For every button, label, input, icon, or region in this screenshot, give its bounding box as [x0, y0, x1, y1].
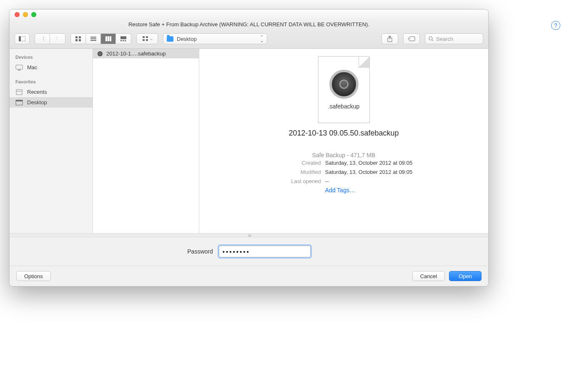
view-gallery-button[interactable]	[116, 34, 131, 44]
file-name: 2012-10-1….safebackup	[106, 50, 166, 57]
svg-rect-11	[110, 36, 111, 41]
created-value: Saturday, 13. October 2012 at 09:05	[325, 158, 412, 168]
cancel-button[interactable]: Cancel	[412, 271, 445, 281]
created-label: Created	[275, 158, 321, 168]
svg-rect-2	[75, 36, 78, 38]
svg-rect-26	[16, 90, 22, 95]
search-field[interactable]: Search	[425, 33, 483, 44]
window-minimize-button[interactable]	[23, 12, 28, 17]
tags-button[interactable]	[403, 33, 420, 44]
forward-button[interactable]: 〉	[50, 34, 65, 44]
options-button[interactable]: Options	[16, 271, 51, 281]
view-list-button[interactable]	[86, 34, 101, 44]
share-icon	[387, 35, 393, 42]
sidebar-item-mac[interactable]: Mac	[10, 62, 93, 73]
svg-rect-10	[108, 36, 109, 41]
toggle-sidebar-button[interactable]	[15, 33, 30, 44]
svg-line-23	[432, 40, 433, 41]
tag-icon	[408, 36, 415, 41]
modified-label: Modified	[275, 168, 321, 177]
svg-rect-12	[120, 36, 126, 39]
modified-value: Saturday, 13. October 2012 at 09:05	[325, 168, 412, 177]
back-button[interactable]: 〈	[35, 34, 50, 44]
svg-rect-25	[18, 70, 20, 70]
add-tags-link[interactable]: Add Tags…	[325, 187, 412, 193]
svg-rect-3	[79, 36, 81, 38]
sidebar-header-favorites: Favorites	[10, 77, 93, 87]
view-columns-button[interactable]	[101, 34, 116, 44]
sidebar-item-desktop[interactable]: Desktop	[10, 97, 93, 108]
svg-rect-7	[90, 38, 96, 39]
window-close-button[interactable]	[15, 12, 20, 17]
window-zoom-button[interactable]	[31, 12, 36, 17]
view-icons-button[interactable]	[71, 34, 86, 44]
svg-rect-17	[146, 36, 148, 38]
titlebar	[10, 10, 488, 20]
toolbar: 〈 〉 ⌵ Desktop ⌃⌄ Search	[10, 31, 488, 49]
svg-rect-14	[123, 40, 124, 41]
columns-icon	[105, 36, 111, 41]
safe-dial-icon	[329, 70, 359, 99]
share-button[interactable]	[381, 33, 398, 44]
file-row[interactable]: 2012-10-1….safebackup	[93, 49, 199, 58]
svg-rect-29	[16, 100, 23, 101]
chevron-down-icon: ⌵	[150, 37, 152, 41]
sidebar-icon	[19, 36, 25, 41]
file-extension-label: .safebackup	[328, 103, 360, 110]
preview-type-size: Safe Backup - 471,7 MB	[275, 152, 412, 158]
sidebar-item-label: Recents	[27, 89, 47, 95]
svg-rect-5	[79, 39, 81, 41]
grid-icon	[75, 36, 81, 41]
svg-rect-24	[16, 65, 23, 69]
svg-rect-13	[120, 40, 122, 41]
help-button[interactable]: ?	[551, 21, 560, 30]
svg-point-30	[98, 51, 103, 56]
svg-rect-8	[90, 40, 96, 41]
preview-pane: .safebackup 2012-10-13 09.05.50.safeback…	[199, 49, 488, 233]
password-input[interactable]	[219, 246, 311, 257]
preview-metadata: Safe Backup - 471,7 MB Created Saturday,…	[275, 149, 412, 193]
svg-rect-6	[90, 37, 96, 38]
file-preview-icon: .safebackup	[318, 56, 370, 123]
desktop-icon	[15, 100, 23, 106]
updown-chevron-icon: ⌃⌄	[260, 35, 263, 43]
sidebar-item-recents[interactable]: Recents	[10, 87, 93, 97]
svg-point-22	[429, 37, 432, 40]
search-placeholder: Search	[436, 36, 453, 42]
svg-rect-18	[143, 39, 145, 41]
file-column: 2012-10-1….safebackup	[93, 49, 199, 233]
page-fold-icon	[359, 57, 369, 68]
dialog-footer: Options Cancel Open	[10, 266, 488, 286]
password-label: Password	[187, 248, 213, 255]
preview-filename: 2012-10-13 09.05.50.safebackup	[288, 129, 399, 138]
group-icon	[143, 36, 148, 41]
help-icon: ?	[554, 22, 557, 29]
imac-icon	[15, 65, 23, 70]
svg-rect-16	[143, 36, 145, 38]
window-title: Restore Safe + From Backup Archive (WARN…	[10, 20, 488, 31]
sidebar-item-label: Desktop	[27, 99, 47, 106]
path-label: Desktop	[177, 36, 197, 42]
horizontal-splitter[interactable]	[10, 233, 488, 237]
sidebar-item-label: Mac	[27, 64, 38, 70]
open-dialog-window: Restore Safe + From Backup Archive (WARN…	[9, 9, 489, 286]
list-icon	[90, 36, 96, 41]
search-icon	[429, 36, 434, 41]
svg-rect-15	[125, 40, 126, 41]
password-row: Password	[10, 237, 488, 266]
lastopened-value: --	[325, 177, 329, 186]
group-by-button[interactable]: ⌵	[136, 33, 158, 44]
sidebar: Devices Mac Favorites Recents Desktop	[10, 49, 93, 233]
nav-back-forward: 〈 〉	[35, 33, 65, 44]
content-area: Devices Mac Favorites Recents Desktop 20…	[10, 49, 488, 233]
sidebar-header-devices: Devices	[10, 52, 93, 62]
path-popup-button[interactable]: Desktop ⌃⌄	[163, 33, 267, 44]
safe-file-icon	[97, 51, 103, 57]
svg-point-21	[409, 38, 410, 39]
folder-icon	[167, 36, 173, 42]
svg-rect-19	[146, 39, 148, 41]
chevron-right-icon: 〉	[55, 35, 60, 43]
svg-rect-4	[75, 39, 78, 41]
open-button[interactable]: Open	[449, 271, 482, 281]
recents-icon	[15, 89, 23, 95]
